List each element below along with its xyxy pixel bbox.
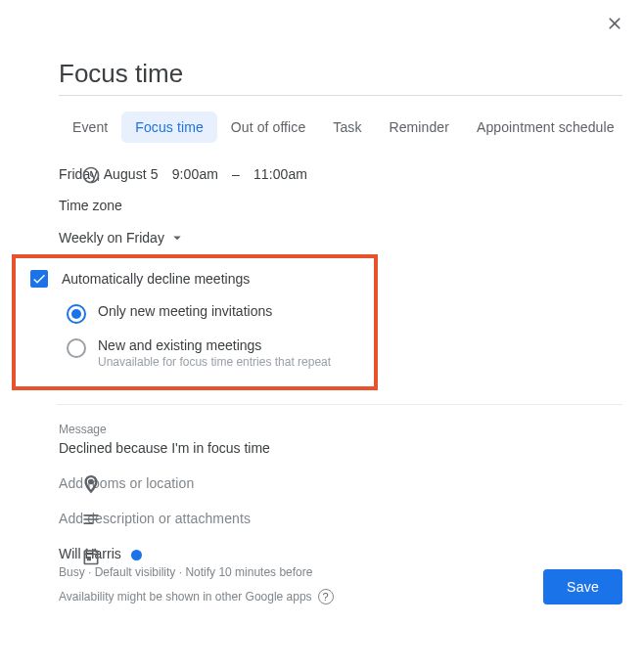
calendar-color-dot <box>131 550 142 560</box>
check-icon <box>31 271 47 287</box>
timezone-button[interactable]: Time zone <box>59 198 644 213</box>
auto-decline-checkbox[interactable] <box>30 270 48 288</box>
time-separator: – <box>232 166 240 182</box>
location-icon <box>81 474 101 494</box>
auto-decline-label: Automatically decline meetings <box>62 271 250 287</box>
description-icon <box>81 510 101 529</box>
start-time[interactable]: 9:00am <box>172 166 218 182</box>
recurrence-label: Weekly on Friday <box>59 230 164 246</box>
tab-reminder[interactable]: Reminder <box>376 112 464 143</box>
decline-meetings-section: Automatically decline meetings Only new … <box>12 254 378 390</box>
decline-message-input[interactable]: Declined because I'm in focus time <box>59 440 644 456</box>
tab-appointment-schedule[interactable]: Appointment schedule <box>463 112 628 143</box>
decline-message-label: Message <box>59 423 644 436</box>
radio-new-and-existing-label: New and existing meetings <box>98 337 331 353</box>
location-input[interactable]: Add rooms or location <box>59 475 644 491</box>
caret-down-icon <box>168 229 186 246</box>
tab-event[interactable]: Event <box>59 112 121 143</box>
date-time-row[interactable]: Friday, August 5 9:00am – 11:00am <box>59 166 644 182</box>
radio-only-new-label: Only new meeting invitations <box>98 303 272 319</box>
tab-out-of-office[interactable]: Out of office <box>217 112 320 143</box>
divider <box>57 404 622 405</box>
event-title-input[interactable]: Focus time <box>59 59 622 89</box>
save-button[interactable]: Save <box>543 569 622 604</box>
event-type-tabs: Event Focus time Out of office Task Remi… <box>59 112 644 143</box>
availability-note: Availability might be shown in other Goo… <box>59 590 312 604</box>
clock-icon <box>81 165 101 185</box>
radio-only-new[interactable] <box>67 304 86 324</box>
date-label[interactable]: Friday, August 5 <box>59 166 159 182</box>
close-button[interactable] <box>603 12 626 35</box>
calendar-owner[interactable]: Will Harris <box>59 546 644 561</box>
calendar-icon <box>81 547 101 566</box>
description-input[interactable]: Add description or attachments <box>59 511 644 526</box>
end-time[interactable]: 11:00am <box>253 166 307 182</box>
tab-focus-time[interactable]: Focus time <box>121 112 216 143</box>
radio-new-and-existing-sublabel: Unavailable for focus time entries that … <box>98 355 331 369</box>
help-icon[interactable]: ? <box>318 589 334 604</box>
close-icon <box>605 14 624 33</box>
recurrence-dropdown[interactable]: Weekly on Friday <box>59 229 644 246</box>
radio-new-and-existing[interactable] <box>67 338 86 358</box>
tab-task[interactable]: Task <box>319 112 375 143</box>
